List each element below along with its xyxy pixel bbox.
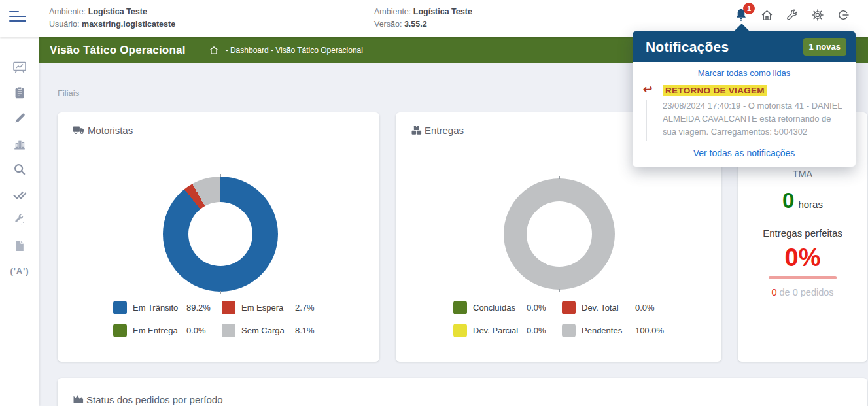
notifications-popup-caret [733,24,750,32]
presentation-chart-icon [12,59,27,75]
menu-hamburger-icon[interactable] [9,11,30,27]
legend-value: 89.2% [186,303,211,313]
legend-item: Em Entrega 0.0% [113,324,215,337]
legend-item: Pendentes 100.0% [562,324,664,337]
timeline-line [646,100,647,141]
legend-label: Pendentes [582,326,635,335]
notification-count-badge: 1 [743,3,755,14]
entregas-donut-chart [504,178,615,290]
env-label: Ambiente: [49,7,86,16]
pencil-icon [13,111,27,125]
breadcrumb-text: - Dashboard - Visão Tático Operacional [226,46,363,55]
search-icon [12,162,27,177]
notification-item-body: 23/08/2024 17:40:19 - O motorista 41 - D… [663,99,842,139]
sidebar-item-tasks[interactable] [0,80,39,105]
tma-unit: horas [798,199,823,210]
status-pedidos-card: Status dos pedidos por período [58,378,867,406]
legend-label: Em Trânsito [133,303,186,313]
tma-value: 0 [782,188,794,213]
pedidos-count: 0 [771,287,776,297]
packages-icon [410,124,423,137]
env-value: Logística Teste [88,7,147,16]
legend-value: 0.0% [527,326,546,335]
motoristas-card: Motoristas Em Trânsito 89.2% Em Espera 2… [58,112,379,362]
motoristas-card-title: Motoristas [88,125,133,136]
document-icon [13,239,26,252]
chart-tick [220,174,221,177]
legend-value: 100.0% [635,326,664,335]
wrench-icon [786,8,799,22]
legend-label: Sem Carga [241,326,295,335]
entregas-perfeitas-value: 0% [785,244,821,272]
donut-hole [188,202,252,266]
legend-swatch [222,324,235,337]
legend-swatch [113,301,127,314]
legend-label: Em Entrega [133,326,186,335]
env-value: Logística Teste [413,7,472,16]
status-pedidos-header: Status dos pedidos por período [58,378,867,406]
sidebar-nav: ('A') [0,37,39,406]
new-notifications-badge: 1 novas [803,38,846,56]
tma-label: TMA [793,169,813,179]
entregas-perfeitas-progress-bar [769,276,837,279]
truck-icon [72,123,86,137]
logout-icon [837,8,850,22]
legend-item: Concluídas 0.0% [453,301,555,314]
area-chart-icon [72,393,85,406]
legend-label: Concluídas [473,303,527,313]
sidebar-item-documents[interactable] [0,233,39,258]
notifications-popup: Notificações 1 novas Marcar todas como l… [633,31,856,167]
legend-swatch [222,301,235,314]
notifications-bell-button[interactable]: 1 [733,7,750,24]
legend-value: 0.0% [527,303,546,313]
chart-tick [559,176,560,179]
legend-label: Dev. Parcial [473,326,527,335]
bar-chart-icon [12,137,27,151]
chart-tick [559,289,560,292]
tools-button[interactable] [784,7,801,24]
return-arrow-icon: ↩ [643,84,652,95]
view-all-notifications-link[interactable]: Ver todas as notificações [633,148,856,158]
legend-value: 0.0% [186,326,206,335]
environment-version-info: Ambiente: Logística Teste Versão: 3.55.2 [374,6,472,31]
mark-all-read-link[interactable]: Marcar todas como lidas [633,68,856,78]
pedidos-total-text: de 0 pedidos [777,287,834,297]
logout-button[interactable] [835,7,852,24]
legend-swatch [113,324,127,337]
gear-icon [811,8,824,22]
version-value: 3.55.2 [404,20,427,29]
sidebar-item-edit[interactable] [0,105,39,131]
notification-item[interactable]: ↩ RETORNO DE VIAGEM 23/08/2024 17:40:19 … [633,84,856,139]
breadcrumb: - Dashboard - Visão Tático Operacional [209,45,363,56]
sidebar-item-search[interactable] [0,156,39,182]
entregas-perfeitas-label: Entregas perfeitas [763,228,842,239]
version-label: Versão: [374,20,402,29]
notifications-popup-header: Notificações 1 novas [633,31,856,62]
sidebar-item-dashboard[interactable] [0,54,39,80]
settings-button[interactable] [809,7,826,24]
motoristas-legend: Em Trânsito 89.2% Em Espera 2.7% Em Entr… [58,301,379,337]
sidebar-item-broadcast[interactable]: ('A') [0,258,39,284]
legend-swatch [562,301,576,314]
home-icon [760,8,774,22]
notification-item-title: RETORNO DE VIAGEM [663,85,767,96]
legend-swatch [453,324,467,337]
legend-label: Em Espera [241,303,295,313]
double-check-icon [12,187,27,203]
pedidos-summary: 0 de 0 pedidos [771,287,833,297]
breadcrumb-home-icon[interactable] [209,45,219,56]
sidebar-item-tools[interactable] [0,207,39,233]
divider [198,42,198,58]
sidebar-item-approvals[interactable] [0,182,39,207]
entregas-legend: Concluídas 0.0% Dev. Total 0.0% Dev. Par… [396,301,721,337]
chart-tick [220,291,221,294]
sidebar-item-reports[interactable] [0,131,39,156]
legend-value: 0.0% [635,303,655,313]
legend-value: 2.7% [295,303,315,313]
legend-item: Dev. Total 0.0% [562,301,664,314]
legend-item: Em Trânsito 89.2% [113,301,215,314]
user-label: Usuário: [49,20,80,29]
status-pedidos-title: Status dos pedidos por período [86,394,222,405]
home-button[interactable] [758,7,775,24]
motoristas-donut-chart [163,177,278,292]
